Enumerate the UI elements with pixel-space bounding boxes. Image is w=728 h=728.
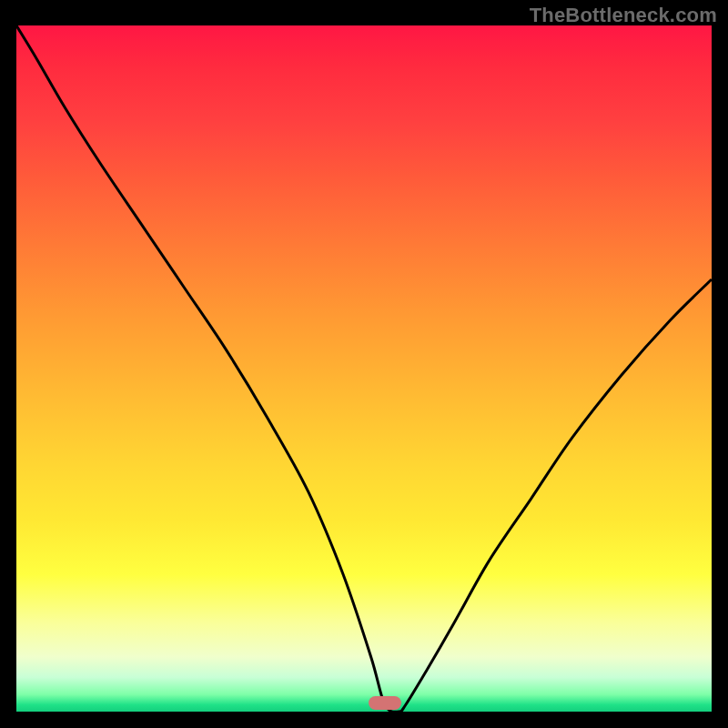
optimum-marker: [369, 696, 401, 710]
chart-container: TheBottleneck.com: [0, 0, 728, 728]
plot-area: [16, 25, 712, 712]
watermark-label: TheBottleneck.com: [530, 4, 717, 27]
gradient-background: [16, 25, 712, 712]
